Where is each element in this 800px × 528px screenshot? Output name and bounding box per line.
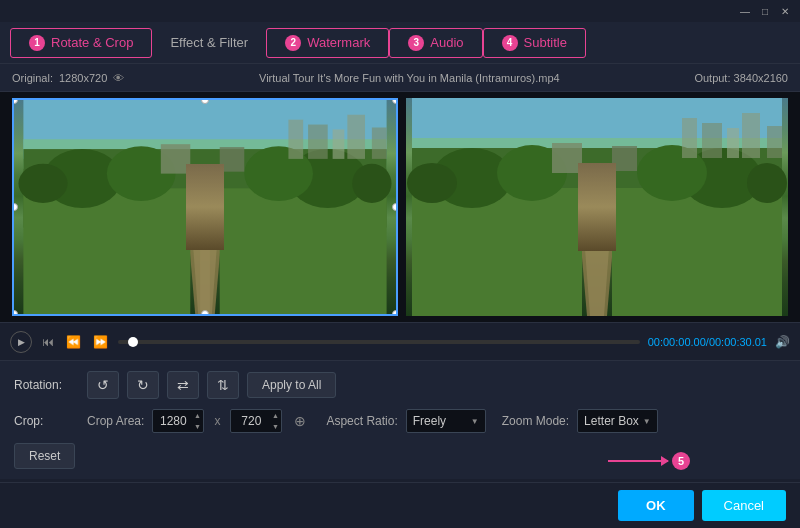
annotation-arrow-line bbox=[608, 460, 668, 462]
x-separator: x bbox=[214, 414, 220, 428]
annotation-num-5: 5 bbox=[672, 452, 690, 470]
svg-rect-27 bbox=[612, 188, 782, 316]
rotate-right-button[interactable]: ↻ bbox=[127, 371, 159, 399]
svg-point-33 bbox=[747, 163, 787, 203]
svg-rect-39 bbox=[742, 113, 760, 158]
svg-rect-17 bbox=[333, 129, 345, 158]
svg-rect-14 bbox=[220, 147, 245, 172]
crop-handle-mr[interactable] bbox=[392, 203, 398, 211]
zoom-mode-select[interactable]: Letter Box ▼ bbox=[577, 409, 658, 433]
crop-handle-tr[interactable] bbox=[392, 98, 398, 104]
tab-label-subtitle: Subtitle bbox=[524, 35, 567, 50]
reset-button[interactable]: Reset bbox=[14, 443, 75, 469]
tab-label-rotate-crop: Rotate & Crop bbox=[51, 35, 133, 50]
height-down[interactable]: ▼ bbox=[269, 422, 281, 432]
tab-num-2: 2 bbox=[285, 35, 301, 51]
tab-num-3: 3 bbox=[408, 35, 424, 51]
crop-width-input[interactable]: ▲ ▼ bbox=[152, 409, 204, 433]
aspect-ratio-select[interactable]: Freely ▼ bbox=[406, 409, 486, 433]
output-video-svg bbox=[406, 98, 788, 316]
close-button[interactable]: ✕ bbox=[778, 4, 792, 18]
svg-rect-37 bbox=[702, 123, 722, 158]
tab-effect-filter[interactable]: Effect & Filter bbox=[152, 29, 266, 56]
maximize-button[interactable]: □ bbox=[758, 4, 772, 18]
volume-icon[interactable]: 🔊 bbox=[775, 335, 790, 349]
svg-point-30 bbox=[407, 163, 457, 203]
total-time: 00:00:30.01 bbox=[709, 336, 767, 348]
crop-row: Crop: Crop Area: ▲ ▼ x ▲ ▼ ⊕ Aspect Rati… bbox=[14, 409, 786, 433]
aspect-ratio-value: Freely bbox=[413, 414, 446, 428]
crop-label: Crop: bbox=[14, 414, 79, 428]
svg-rect-6 bbox=[220, 188, 387, 314]
input-video-frame bbox=[14, 100, 396, 314]
tab-rotate-crop[interactable]: 1 Rotate & Crop bbox=[10, 28, 152, 58]
crop-height-input[interactable]: ▲ ▼ bbox=[230, 409, 282, 433]
zoom-mode-arrow: ▼ bbox=[643, 417, 651, 426]
frame-forward-button[interactable]: ⏩ bbox=[91, 333, 110, 351]
rotation-label: Rotation: bbox=[14, 378, 79, 392]
output-resolution: 3840x2160 bbox=[734, 72, 788, 84]
crop-handle-bl[interactable] bbox=[12, 310, 18, 316]
skip-back-button[interactable]: ⏮ bbox=[40, 333, 56, 351]
current-time: 00:00:00.00 bbox=[648, 336, 706, 348]
svg-rect-35 bbox=[612, 146, 637, 171]
tab-audio[interactable]: 3 Audio bbox=[389, 28, 482, 58]
tab-watermark[interactable]: 2 Watermark bbox=[266, 28, 389, 58]
input-video-panel[interactable] bbox=[12, 98, 398, 316]
svg-rect-19 bbox=[372, 127, 387, 158]
info-bar: Original: 1280x720 👁 Virtual Tour It's M… bbox=[0, 64, 800, 92]
tab-label-audio: Audio bbox=[430, 35, 463, 50]
svg-point-9 bbox=[18, 164, 67, 203]
original-label: Original: bbox=[12, 72, 53, 84]
output-video-panel bbox=[406, 98, 788, 316]
apply-to-all-button[interactable]: Apply to All bbox=[247, 372, 336, 398]
output-video-frame bbox=[406, 98, 788, 316]
flip-vertical-button[interactable]: ⇅ bbox=[207, 371, 239, 399]
tab-label-effect-filter: Effect & Filter bbox=[170, 35, 248, 50]
filename: Virtual Tour It's More Fun with You in M… bbox=[259, 72, 560, 84]
height-up[interactable]: ▲ bbox=[269, 411, 281, 421]
rotate-left-button[interactable]: ↺ bbox=[87, 371, 119, 399]
ok-button[interactable]: OK bbox=[618, 490, 694, 521]
preview-area bbox=[0, 92, 800, 322]
tab-num-1: 1 bbox=[29, 35, 45, 51]
svg-rect-20 bbox=[200, 228, 210, 314]
crop-handle-br[interactable] bbox=[392, 310, 398, 316]
zoom-mode-label: Zoom Mode: bbox=[502, 414, 569, 428]
tab-num-4: 4 bbox=[502, 35, 518, 51]
annotation-5: 5 bbox=[608, 452, 690, 470]
frame-back-button[interactable]: ⏪ bbox=[64, 333, 83, 351]
svg-rect-18 bbox=[347, 115, 365, 159]
timeline-bar: ▶ ⏮ ⏪ ⏩ 00:00:00.00/00:00:30.01 🔊 bbox=[0, 322, 800, 360]
svg-rect-40 bbox=[767, 126, 782, 158]
output-label: Output: bbox=[694, 72, 730, 84]
original-resolution: 1280x720 bbox=[59, 72, 107, 84]
tab-label-watermark: Watermark bbox=[307, 35, 370, 50]
height-spinners: ▲ ▼ bbox=[269, 411, 281, 432]
aspect-ratio-arrow: ▼ bbox=[471, 417, 479, 426]
timeline-scrubber[interactable] bbox=[128, 337, 138, 347]
minimize-button[interactable]: — bbox=[738, 4, 752, 18]
play-button[interactable]: ▶ bbox=[10, 331, 32, 353]
rotation-row: Rotation: ↺ ↻ ⇄ ⇅ Apply to All bbox=[14, 371, 786, 399]
timeline-track[interactable] bbox=[118, 340, 640, 344]
flip-horizontal-button[interactable]: ⇄ bbox=[167, 371, 199, 399]
svg-rect-5 bbox=[23, 188, 190, 314]
eye-icon[interactable]: 👁 bbox=[113, 72, 124, 84]
tab-subtitle[interactable]: 4 Subtitle bbox=[483, 28, 586, 58]
crop-area-label: Crop Area: bbox=[87, 414, 144, 428]
input-video-svg bbox=[14, 100, 396, 314]
crop-height-value[interactable] bbox=[233, 414, 269, 428]
cancel-button[interactable]: Cancel bbox=[702, 490, 786, 521]
crop-width-value[interactable] bbox=[155, 414, 191, 428]
svg-rect-15 bbox=[288, 120, 303, 159]
width-down[interactable]: ▼ bbox=[191, 422, 203, 432]
svg-point-12 bbox=[352, 164, 391, 203]
svg-rect-34 bbox=[552, 143, 582, 173]
svg-rect-13 bbox=[161, 144, 190, 173]
center-align-icon[interactable]: ⊕ bbox=[294, 413, 306, 429]
svg-rect-36 bbox=[682, 118, 697, 158]
crop-handle-bm[interactable] bbox=[201, 310, 209, 316]
width-up[interactable]: ▲ bbox=[191, 411, 203, 421]
width-spinners: ▲ ▼ bbox=[191, 411, 203, 432]
